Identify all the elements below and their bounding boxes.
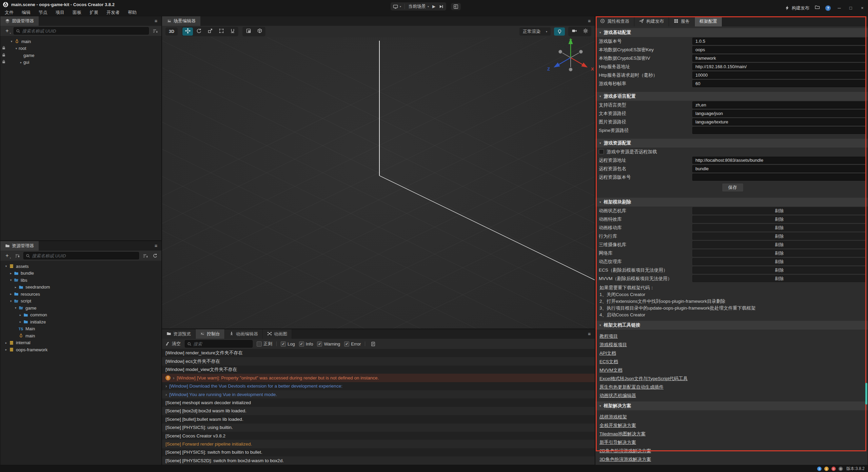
trim-button[interactable]: 剔除 — [692, 233, 866, 240]
doc-link[interactable]: ECS文档 — [599, 359, 618, 365]
trim-button[interactable]: 剔除 — [692, 241, 866, 248]
tree-chevron[interactable] — [8, 278, 13, 282]
menu-item[interactable]: 帮助 — [124, 9, 141, 16]
property-input[interactable] — [692, 174, 866, 181]
ui-transform-tool-button[interactable] — [227, 27, 238, 36]
filter-info[interactable]: ✓Info — [299, 341, 313, 347]
expand-arrow-icon[interactable]: › — [165, 392, 167, 397]
save-button[interactable]: 保存 — [722, 183, 744, 192]
log-row[interactable]: [Scene] [PHYSICS2D]: switch from box2d-w… — [162, 456, 595, 465]
menu-item[interactable]: 扩展 — [85, 9, 102, 16]
log-row[interactable]: › [Window] You are running Vue in develo… — [162, 390, 595, 398]
scrollbar-thumb[interactable] — [865, 383, 867, 405]
asset-node[interactable]: main — [0, 332, 161, 339]
tab-hierarchy[interactable]: 层级管理器 — [0, 16, 39, 26]
property-input[interactable] — [692, 46, 866, 53]
log-row[interactable]: [Window] model_view文件夹不存在 — [162, 366, 595, 374]
asset-node[interactable]: seedrandom — [0, 284, 161, 291]
doc-link[interactable]: 动画状态机编辑器 — [599, 393, 636, 399]
asset-node[interactable]: initialize — [0, 318, 161, 326]
hierarchy-node[interactable]: gui — [0, 59, 161, 66]
tree-chevron[interactable] — [19, 61, 23, 64]
scene-camera-button[interactable] — [569, 27, 579, 36]
tree-chevron[interactable] — [8, 292, 13, 296]
trim-button[interactable]: 剔除 — [692, 216, 866, 223]
asset-node[interactable]: script — [0, 298, 161, 305]
close-button[interactable]: × — [859, 5, 865, 11]
asset-node[interactable]: resources — [0, 291, 161, 298]
log-row[interactable]: [Scene] [PHYSICS]: using builtin. — [162, 424, 595, 432]
menu-item[interactable]: 文件 — [1, 9, 18, 16]
property-input[interactable] — [692, 38, 866, 45]
snap-tool-button[interactable] — [243, 27, 254, 36]
tree-chevron[interactable] — [14, 47, 19, 50]
section-header[interactable]: ▾框架解决方案 — [595, 401, 868, 410]
property-input[interactable] — [692, 101, 866, 109]
hierarchy-node[interactable]: main — [0, 38, 161, 45]
menu-item[interactable]: 开发者 — [102, 9, 124, 16]
layout-grid-button[interactable] — [453, 4, 458, 9]
build-publish-button[interactable]: 构建发布 — [785, 5, 809, 11]
dimension-toggle-button[interactable]: 3D — [165, 27, 178, 36]
scene-select-dropdown[interactable]: 当前场景▾ — [408, 3, 429, 9]
panel-menu-icon[interactable]: ≡ — [584, 16, 595, 26]
hierarchy-node[interactable]: game — [0, 52, 161, 59]
log-row[interactable]: [Scene] [box2d]:box2d wasm lib loaded. — [162, 407, 595, 415]
log-row[interactable]: [Scene] Cocos Creator v3.8.2 — [162, 432, 595, 440]
menu-item[interactable]: 面板 — [68, 9, 85, 16]
scene-viewport[interactable]: Y X Z — [162, 37, 595, 329]
scale-tool-button[interactable] — [205, 27, 215, 36]
project-folder-button[interactable] — [815, 5, 820, 11]
help-button[interactable]: ? — [825, 5, 831, 11]
step-button[interactable] — [439, 4, 444, 9]
hierarchy-search-input[interactable] — [22, 28, 146, 34]
section-header[interactable]: ▾游戏多语言配置 — [595, 92, 868, 101]
filter-error[interactable]: ✓Error — [344, 341, 361, 347]
trim-button[interactable]: 剔除 — [692, 224, 866, 231]
panel-menu-icon[interactable]: ≡ — [151, 241, 161, 251]
trim-button[interactable]: 剔除 — [692, 275, 866, 282]
doc-link[interactable]: API文档 — [599, 350, 616, 356]
tree-chevron[interactable] — [13, 286, 18, 289]
asset-filter-icon[interactable] — [141, 252, 149, 259]
doc-link[interactable]: 教程项目 — [599, 333, 618, 339]
section-header[interactable]: ▾游戏基础配置 — [595, 28, 868, 37]
doc-link[interactable]: 3D角色扮演游戏解决方案 — [599, 456, 651, 463]
asset-node[interactable]: oops-framework — [0, 346, 161, 353]
remote-load-checkbox[interactable] — [599, 149, 604, 154]
preview-target-button[interactable]: ▾ — [393, 4, 401, 9]
filter-log[interactable]: ✓Log — [281, 341, 295, 347]
property-input[interactable] — [692, 165, 866, 172]
panel-menu-icon[interactable]: ≡ — [151, 16, 161, 26]
orientation-gizmo[interactable]: Y X Z — [545, 38, 595, 79]
tree-chevron[interactable] — [8, 299, 13, 303]
trim-button[interactable]: 剔除 — [692, 258, 866, 265]
tab-inspector[interactable]: 属性检查器 — [595, 16, 634, 26]
doc-link[interactable]: Excel格式转Json文件与TypeScript代码工具 — [599, 376, 688, 382]
light-toggle-button[interactable] — [554, 27, 565, 36]
render-mode-dropdown[interactable]: 正常渲染▾ — [519, 27, 551, 36]
doc-link[interactable]: 新手引导解决方案 — [599, 439, 636, 446]
asset-node[interactable]: assets — [0, 263, 161, 270]
menu-item[interactable]: 编辑 — [18, 9, 35, 16]
log-row[interactable]: [Scene] meshopt wasm decoder initialized — [162, 398, 595, 407]
tab-framework-config[interactable]: 框架配置 — [695, 16, 722, 26]
error-count[interactable]: 0 — [831, 467, 836, 471]
hierarchy-node[interactable]: root — [0, 45, 161, 52]
log-row[interactable]: [Window] render_texture文件夹不存在 — [162, 349, 595, 357]
trim-button[interactable]: 剔除 — [692, 267, 866, 274]
doc-link[interactable]: 原生包热更新配置自动生成插件 — [599, 384, 664, 390]
asset-node[interactable]: libs — [0, 277, 161, 284]
tree-chevron[interactable] — [4, 341, 8, 345]
log-row[interactable]: › [Window] Download the Vue Devtools ext… — [162, 382, 595, 390]
tab-animation-graph[interactable]: 动画图 — [263, 329, 292, 339]
add-asset-button[interactable]: +▾ — [3, 253, 11, 259]
menu-item[interactable]: 节点 — [35, 9, 52, 16]
doc-link[interactable]: 2D角色扮演游戏解决方案 — [599, 448, 651, 454]
property-input[interactable] — [692, 72, 866, 79]
warning-count[interactable]: 1 — [824, 467, 829, 471]
minimize-button[interactable]: ─ — [836, 5, 842, 11]
clear-console-button[interactable]: 清空 — [165, 341, 181, 347]
play-button[interactable]: ▶ — [432, 4, 435, 9]
trim-button[interactable]: 剔除 — [692, 207, 866, 214]
